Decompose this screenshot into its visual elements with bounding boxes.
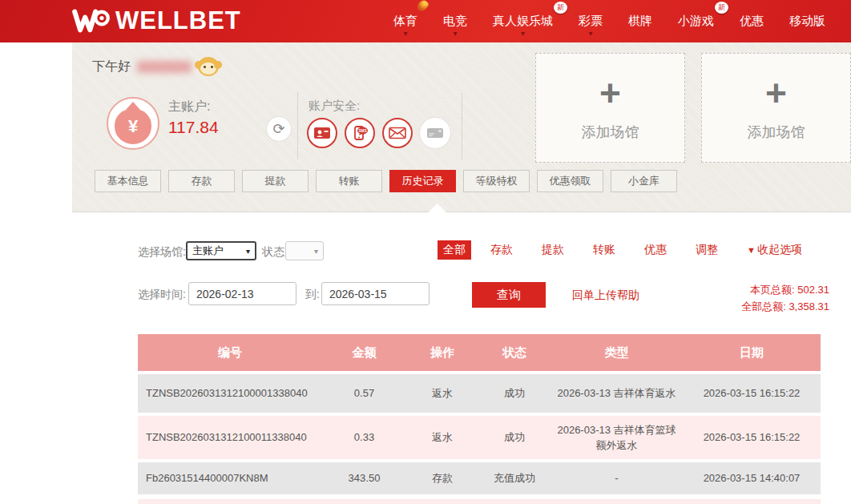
add-venue-button[interactable]: + 添加场馆	[535, 53, 685, 163]
tab-basic-info[interactable]: 基本信息	[95, 170, 161, 192]
all-total-value: 3,358.31	[788, 300, 829, 312]
greeting-text: 下午好	[92, 58, 131, 75]
col-header-date: 日期	[683, 334, 821, 371]
status-filter-label: 状态:	[262, 245, 288, 260]
nav-item-mobile-version[interactable]: 移动版	[776, 0, 838, 42]
cell-id: Fb26031514400007KN8M	[138, 462, 322, 494]
table-row-partial	[138, 499, 821, 504]
username-blurred	[137, 61, 192, 73]
col-header-operation: 操作	[406, 334, 478, 371]
nav-item-mini-games[interactable]: 小游戏 新	[665, 0, 727, 42]
add-venue-label: 添加场馆	[582, 123, 639, 142]
cell-operation: 存款	[406, 462, 478, 494]
type-filter-promo[interactable]: 优惠	[644, 243, 667, 257]
nav-item-sports[interactable]: 体育 ▾	[381, 0, 430, 42]
nav-item-label: 真人娱乐城	[493, 14, 553, 29]
account-panel: 下午好 ¥ 主账户: 117.84 ⟳ 账户安全:	[72, 42, 851, 212]
all-total: 全部总额: 3,358.31	[705, 298, 829, 315]
date-to-input[interactable]	[321, 282, 430, 305]
cell-date: 2026-03-15 16:15:22	[683, 374, 821, 413]
top-navigation-bar: WELLBET 体育 ▾ 电竞 ▾ 真人娱乐城 新 ▾ 彩票 ▾ 棋牌	[0, 0, 851, 42]
chevron-down-icon: ▾	[453, 29, 457, 38]
nav-item-label: 优惠	[740, 14, 764, 29]
tab-withdraw[interactable]: 提款	[242, 170, 309, 192]
date-from-input[interactable]	[188, 282, 296, 305]
refresh-balance-button[interactable]: ⟳	[267, 117, 291, 141]
nav-item-label: 棋牌	[628, 14, 652, 29]
cell-id: TZNSB2026031312100011338040	[138, 416, 322, 459]
type-filter-all[interactable]: 全部	[438, 240, 471, 260]
nav-item-board-games[interactable]: 棋牌	[615, 0, 665, 42]
table-header-row: 编号 金额 操作 状态 类型 日期	[138, 334, 821, 371]
page-total: 本页总额: 502.31	[705, 281, 829, 298]
account-tabs: 基本信息 存款 提款 转账 历史记录 等级特权 优惠领取 小金库	[95, 170, 677, 192]
cell-id: TZNSB2026031312100001338040	[138, 374, 322, 413]
status-select[interactable]: ▾	[285, 241, 324, 260]
query-button[interactable]: 查询	[472, 282, 546, 308]
cell-status: 成功	[478, 374, 551, 413]
main-account-balance: 117.84	[168, 118, 219, 137]
col-header-id: 编号	[138, 334, 322, 371]
nav-item-live-casino[interactable]: 真人娱乐城 新 ▾	[480, 0, 566, 42]
chevron-down-icon: ▾	[246, 247, 250, 256]
account-security-label: 账户安全:	[309, 99, 360, 114]
monkey-avatar-icon	[198, 57, 219, 76]
cell-status: 充值成功	[478, 462, 551, 494]
type-filter-transfer[interactable]: 转账	[593, 243, 615, 257]
id-card-icon[interactable]	[307, 118, 337, 148]
collapse-triangle-icon: ▼	[747, 245, 756, 255]
tab-history[interactable]: 历史记录	[389, 170, 456, 192]
receipt-upload-help-link[interactable]: 回单上传帮助	[572, 288, 639, 303]
fire-icon	[416, 0, 430, 13]
table-row: TZNSB2026031312100001338040 0.57 返水 成功 2…	[138, 374, 821, 413]
chevron-down-icon: ▾	[521, 29, 525, 38]
page-total-label: 本页总额:	[750, 284, 795, 296]
collapse-options-label: 收起选项	[757, 243, 802, 257]
nav-item-label: 电竞	[443, 14, 467, 29]
all-total-label: 全部总额:	[741, 300, 786, 312]
type-filter-deposit[interactable]: 存款	[490, 243, 513, 257]
plus-icon: +	[765, 75, 787, 111]
cell-amount: 343.50	[322, 462, 406, 494]
cell-operation: 返水	[406, 416, 478, 459]
tab-vip-privileges[interactable]: 等级特权	[463, 170, 530, 192]
time-filter-label: 选择时间:	[138, 288, 186, 302]
nav-item-promotions[interactable]: 优惠	[727, 0, 776, 42]
mail-icon[interactable]	[382, 118, 413, 148]
tab-deposit[interactable]: 存款	[168, 170, 235, 192]
type-filter-withdraw[interactable]: 提款	[542, 243, 564, 257]
main-nav: 体育 ▾ 电竞 ▾ 真人娱乐城 新 ▾ 彩票 ▾ 棋牌 小游戏 新	[381, 0, 838, 42]
add-venue-label: 添加场馆	[748, 123, 805, 142]
cell-operation: 返水	[406, 374, 478, 413]
collapse-options-link[interactable]: ▼ 收起选项	[747, 243, 802, 257]
cell-type: 2026-03-13 吉祥体育篮球额外返水	[551, 416, 683, 459]
greeting-row: 下午好	[92, 57, 219, 76]
tab-transfer[interactable]: 转账	[316, 170, 382, 192]
chevron-down-icon: ▾	[314, 247, 318, 256]
history-table: 编号 金额 操作 状态 类型 日期 TZNSB20260313121000013…	[138, 334, 821, 504]
tab-promo-claim[interactable]: 优惠领取	[537, 170, 603, 192]
to-label: 到:	[305, 288, 320, 302]
type-filter-adjustment[interactable]: 调整	[696, 243, 718, 257]
col-header-type: 类型	[551, 334, 683, 371]
nav-item-label: 彩票	[579, 14, 603, 29]
nav-item-lottery[interactable]: 彩票 ▾	[566, 0, 615, 42]
divider	[462, 92, 462, 159]
chevron-down-icon: ▾	[403, 29, 407, 38]
bank-card-icon[interactable]	[420, 118, 450, 148]
phone-sms-icon[interactable]: SMS	[345, 118, 375, 148]
table-row: TZNSB2026031312100011338040 0.33 返水 成功 2…	[138, 416, 821, 459]
yuan-symbol: ¥	[128, 116, 138, 137]
cell-date: 2026-03-15 16:15:22	[683, 416, 821, 459]
col-header-amount: 金额	[322, 334, 406, 371]
venue-select[interactable]: 主账户 ▾	[186, 241, 256, 260]
tab-vault[interactable]: 小金库	[611, 170, 677, 192]
cell-date: 2026-03-15 14:40:07	[683, 462, 821, 494]
venue-select-value: 主账户	[192, 244, 224, 258]
cell-type: -	[551, 462, 683, 494]
nav-item-esports[interactable]: 电竞 ▾	[430, 0, 480, 42]
add-venue-button[interactable]: + 添加场馆	[701, 53, 851, 163]
cell-amount: 0.33	[322, 416, 406, 459]
logo[interactable]: WELLBET	[71, 6, 241, 35]
nav-item-label: 移动版	[789, 14, 825, 29]
